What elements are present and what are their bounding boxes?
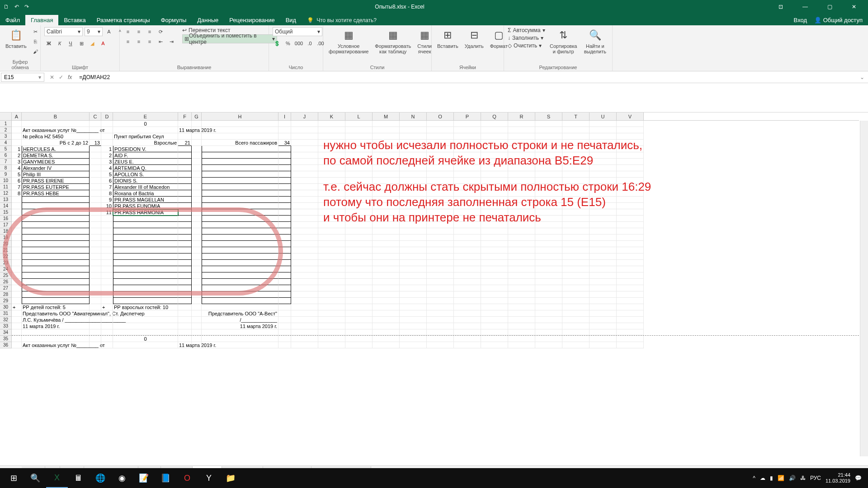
row-header[interactable]: 15 — [0, 209, 12, 216]
chrome-icon[interactable]: ◉ — [111, 468, 133, 488]
maximize-button[interactable]: ▢ — [819, 4, 840, 10]
tab-file[interactable]: Файл — [0, 15, 25, 25]
row-header[interactable]: 2 — [0, 127, 12, 133]
copy-icon[interactable]: ⎘ — [31, 37, 40, 46]
borders-icon[interactable]: ⊞ — [77, 39, 86, 48]
col-header[interactable]: I — [278, 113, 291, 120]
row-header[interactable]: 32 — [0, 317, 12, 323]
row-header[interactable]: 35 — [0, 336, 12, 342]
col-header[interactable]: O — [427, 113, 454, 120]
name-box[interactable]: E15▾ — [1, 73, 44, 82]
undo-icon[interactable]: ↶ — [14, 4, 19, 10]
format-painter-icon[interactable]: 🖌 — [31, 47, 40, 56]
onedrive-icon[interactable]: ☁ — [760, 475, 765, 481]
col-header[interactable]: S — [535, 113, 562, 120]
find-select-button[interactable]: 🔍Найти и выделить — [582, 27, 609, 55]
bold-button[interactable]: Ж — [44, 39, 53, 48]
row-header[interactable]: 26 — [0, 279, 12, 285]
yandex-icon[interactable]: Y — [198, 468, 220, 488]
row-header[interactable]: 29 — [0, 298, 12, 304]
battery-icon[interactable]: ▮ — [770, 475, 773, 481]
row-header[interactable]: 27 — [0, 285, 12, 291]
col-header[interactable]: Q — [481, 113, 508, 120]
excel-taskbar-icon[interactable]: X — [46, 468, 68, 488]
language-indicator[interactable]: РУС — [810, 475, 821, 481]
tab-review[interactable]: Рецензирование — [224, 15, 280, 25]
currency-icon[interactable]: 💲 — [273, 39, 282, 48]
save-icon[interactable]: 🗋 — [4, 4, 9, 10]
col-header[interactable]: N — [400, 113, 427, 120]
conditional-format-button[interactable]: ▦Условное форматирование — [327, 27, 370, 55]
network-icon[interactable]: 🖧 — [800, 475, 806, 481]
cell-styles-button[interactable]: ▦Стили ячеек — [415, 27, 434, 55]
tab-data[interactable]: Данные — [192, 15, 224, 25]
tab-layout[interactable]: Разметка страницы — [91, 15, 156, 25]
col-header[interactable]: E — [113, 113, 178, 120]
font-size-select[interactable]: 9▾ — [85, 27, 103, 36]
percent-icon[interactable]: % — [283, 39, 292, 48]
italic-button[interactable]: К — [55, 39, 64, 48]
align-middle-icon[interactable]: ≡ — [134, 27, 143, 36]
font-name-select[interactable]: Calibri▾ — [44, 27, 83, 36]
col-header[interactable]: P — [454, 113, 481, 120]
share-button[interactable]: 👤 Общий доступ — [814, 17, 863, 23]
vertical-scrollbar[interactable] — [860, 121, 868, 456]
col-header[interactable]: A — [12, 113, 22, 120]
paste-button[interactable]: 📋Вставить — [4, 27, 28, 50]
row-header[interactable]: 1 — [0, 121, 12, 127]
row-header[interactable]: 33 — [0, 323, 12, 329]
align-bottom-icon[interactable]: ≡ — [145, 27, 154, 36]
font-color-icon[interactable]: A — [99, 39, 108, 48]
formula-input[interactable] — [76, 73, 856, 81]
delete-cells-button[interactable]: ⊟Удалить — [463, 27, 486, 50]
tray-up-icon[interactable]: ^ — [753, 475, 755, 481]
col-header[interactable]: C — [90, 113, 101, 120]
notepad-icon[interactable]: 📝 — [133, 468, 155, 488]
notifications-icon[interactable]: 💬 — [855, 475, 862, 481]
indent-dec-icon[interactable]: ⇤ — [156, 37, 165, 46]
row-header[interactable]: 34 — [0, 329, 12, 336]
align-center-icon[interactable]: ≡ — [134, 37, 143, 46]
row-header[interactable]: 8 — [0, 165, 12, 171]
inc-decimal-icon[interactable]: .0 — [305, 39, 314, 48]
col-header[interactable]: J — [291, 113, 318, 120]
row-header[interactable]: 36 — [0, 342, 12, 348]
start-button[interactable]: ⊞ — [3, 468, 24, 488]
system-tray[interactable]: ^ ☁ ▮ 📶 🔊 🖧 РУС 21:4411.03.2019 💬 — [753, 472, 865, 484]
tab-view[interactable]: Вид — [280, 15, 302, 25]
select-all-corner[interactable] — [0, 113, 12, 121]
enter-formula-icon[interactable]: ✓ — [59, 74, 63, 80]
opera-icon[interactable]: O — [176, 468, 198, 488]
col-header[interactable]: G — [192, 113, 202, 120]
col-header[interactable]: V — [617, 113, 644, 120]
col-header[interactable]: H — [202, 113, 278, 120]
row-header[interactable]: 14 — [0, 203, 12, 209]
volume-icon[interactable]: 🔊 — [789, 475, 796, 481]
expand-formula-icon[interactable]: ⌄ — [856, 74, 868, 80]
col-header[interactable]: B — [22, 113, 90, 120]
row-header[interactable]: 9 — [0, 171, 12, 178]
align-left-icon[interactable]: ≡ — [123, 37, 132, 46]
insert-cells-button[interactable]: ⊞Вставить — [435, 27, 460, 50]
merge-center-button[interactable]: ⊞ Объединить и поместить в центре ▾ — [182, 34, 277, 43]
col-header[interactable]: D — [101, 113, 113, 120]
row-header[interactable]: 30 — [0, 304, 12, 310]
underline-button[interactable]: Ч — [66, 39, 75, 48]
app-icon[interactable]: 🌐 — [90, 468, 111, 488]
ribbon-options-icon[interactable]: ⊡ — [770, 4, 791, 10]
row-header[interactable]: 10 — [0, 178, 12, 184]
fill-color-icon[interactable]: ◢ — [88, 39, 97, 48]
row-header[interactable]: 6 — [0, 152, 12, 159]
wifi-icon[interactable]: 📶 — [778, 475, 784, 481]
tab-home[interactable]: Главная — [25, 15, 58, 25]
fill-button[interactable]: ↓ Заполнить ▾ — [508, 35, 545, 41]
row-header[interactable]: 13 — [0, 197, 12, 203]
number-format-select[interactable]: Общий▾ — [273, 27, 322, 36]
format-table-button[interactable]: ▦Форматировать как таблицу — [373, 27, 413, 55]
autosum-button[interactable]: Σ Автосумма ▾ — [508, 27, 545, 33]
col-header[interactable]: L — [345, 113, 373, 120]
indent-inc-icon[interactable]: ⇥ — [167, 37, 176, 46]
worksheet-area[interactable]: ABCDEFGHIJKLMNOPQRSTUV 12345678910111213… — [0, 113, 868, 456]
calculator-icon[interactable]: 🖩 — [68, 468, 90, 488]
align-right-icon[interactable]: ≡ — [145, 37, 154, 46]
